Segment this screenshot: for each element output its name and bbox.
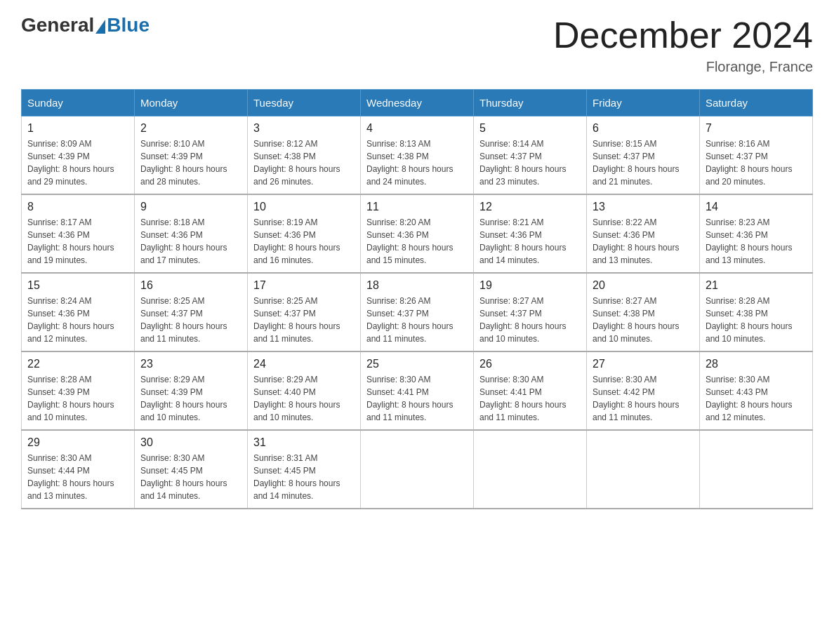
day-info: Sunrise: 8:28 AMSunset: 4:38 PMDaylight:… (706, 295, 807, 345)
day-info: Sunrise: 8:25 AMSunset: 4:37 PMDaylight:… (140, 295, 241, 345)
calendar-cell: 30Sunrise: 8:30 AMSunset: 4:45 PMDayligh… (135, 430, 248, 509)
calendar-cell: 28Sunrise: 8:30 AMSunset: 4:43 PMDayligh… (700, 351, 813, 430)
calendar-cell: 29Sunrise: 8:30 AMSunset: 4:44 PMDayligh… (22, 430, 135, 509)
calendar-cell: 8Sunrise: 8:17 AMSunset: 4:36 PMDaylight… (22, 194, 135, 273)
calendar-week-row: 29Sunrise: 8:30 AMSunset: 4:44 PMDayligh… (22, 430, 813, 509)
day-number: 18 (366, 279, 468, 292)
day-number: 6 (593, 122, 694, 135)
calendar-cell (474, 430, 587, 509)
page-header: General Blue December 2024 Florange, Fra… (21, 14, 813, 75)
day-info: Sunrise: 8:14 AMSunset: 4:37 PMDaylight:… (479, 137, 581, 188)
day-number: 12 (479, 201, 581, 213)
day-info: Sunrise: 8:23 AMSunset: 4:36 PMDaylight:… (706, 216, 807, 267)
col-header-thursday: Thursday (474, 90, 587, 116)
calendar-cell: 25Sunrise: 8:30 AMSunset: 4:41 PMDayligh… (361, 351, 474, 430)
calendar-cell: 7Sunrise: 8:16 AMSunset: 4:37 PMDaylight… (700, 116, 813, 195)
logo-general-text: General (21, 14, 94, 36)
calendar-cell (587, 430, 700, 509)
day-info: Sunrise: 8:10 AMSunset: 4:39 PMDaylight:… (140, 137, 241, 188)
day-info: Sunrise: 8:30 AMSunset: 4:45 PMDaylight:… (140, 452, 241, 502)
day-number: 11 (366, 201, 468, 213)
day-number: 5 (479, 122, 581, 135)
day-number: 24 (253, 358, 355, 370)
day-info: Sunrise: 8:30 AMSunset: 4:41 PMDaylight:… (366, 373, 468, 424)
calendar-week-row: 15Sunrise: 8:24 AMSunset: 4:36 PMDayligh… (22, 273, 813, 351)
day-info: Sunrise: 8:30 AMSunset: 4:42 PMDaylight:… (593, 373, 694, 424)
day-number: 13 (593, 201, 694, 213)
calendar-cell: 4Sunrise: 8:13 AMSunset: 4:38 PMDaylight… (361, 116, 474, 195)
day-info: Sunrise: 8:30 AMSunset: 4:41 PMDaylight:… (479, 373, 581, 424)
calendar-cell: 12Sunrise: 8:21 AMSunset: 4:36 PMDayligh… (474, 194, 587, 273)
calendar-table: SundayMondayTuesdayWednesdayThursdayFrid… (21, 89, 813, 509)
day-info: Sunrise: 8:18 AMSunset: 4:36 PMDaylight:… (140, 216, 241, 267)
col-header-saturday: Saturday (700, 90, 813, 116)
day-info: Sunrise: 8:20 AMSunset: 4:36 PMDaylight:… (366, 216, 468, 267)
calendar-header-row: SundayMondayTuesdayWednesdayThursdayFrid… (22, 90, 813, 116)
day-info: Sunrise: 8:24 AMSunset: 4:36 PMDaylight:… (27, 295, 128, 345)
day-info: Sunrise: 8:30 AMSunset: 4:44 PMDaylight:… (27, 452, 128, 502)
day-number: 16 (140, 279, 241, 292)
day-info: Sunrise: 8:31 AMSunset: 4:45 PMDaylight:… (253, 452, 355, 502)
day-number: 1 (27, 122, 128, 135)
logo-blue-text: Blue (107, 14, 150, 36)
page-title: December 2024 (553, 14, 813, 56)
day-number: 28 (706, 358, 807, 370)
calendar-cell: 2Sunrise: 8:10 AMSunset: 4:39 PMDaylight… (135, 116, 248, 195)
col-header-friday: Friday (587, 90, 700, 116)
day-number: 29 (27, 436, 128, 449)
calendar-cell: 23Sunrise: 8:29 AMSunset: 4:39 PMDayligh… (135, 351, 248, 430)
calendar-cell: 13Sunrise: 8:22 AMSunset: 4:36 PMDayligh… (587, 194, 700, 273)
calendar-cell: 18Sunrise: 8:26 AMSunset: 4:37 PMDayligh… (361, 273, 474, 351)
day-number: 10 (253, 201, 355, 213)
day-number: 8 (27, 201, 128, 213)
calendar-cell: 31Sunrise: 8:31 AMSunset: 4:45 PMDayligh… (248, 430, 361, 509)
day-number: 14 (706, 201, 807, 213)
day-number: 21 (706, 279, 807, 292)
calendar-cell: 15Sunrise: 8:24 AMSunset: 4:36 PMDayligh… (22, 273, 135, 351)
day-number: 3 (253, 122, 355, 135)
day-number: 22 (27, 358, 128, 370)
col-header-monday: Monday (135, 90, 248, 116)
day-number: 26 (479, 358, 581, 370)
calendar-week-row: 8Sunrise: 8:17 AMSunset: 4:36 PMDaylight… (22, 194, 813, 273)
calendar-cell (361, 430, 474, 509)
day-info: Sunrise: 8:28 AMSunset: 4:39 PMDaylight:… (27, 373, 128, 424)
calendar-cell: 14Sunrise: 8:23 AMSunset: 4:36 PMDayligh… (700, 194, 813, 273)
day-number: 4 (366, 122, 468, 135)
calendar-week-row: 1Sunrise: 8:09 AMSunset: 4:39 PMDaylight… (22, 116, 813, 195)
calendar-cell: 10Sunrise: 8:19 AMSunset: 4:36 PMDayligh… (248, 194, 361, 273)
logo-triangle-icon (95, 20, 105, 34)
day-info: Sunrise: 8:15 AMSunset: 4:37 PMDaylight:… (593, 137, 694, 188)
day-info: Sunrise: 8:17 AMSunset: 4:36 PMDaylight:… (27, 216, 128, 267)
day-number: 23 (140, 358, 241, 370)
calendar-cell: 26Sunrise: 8:30 AMSunset: 4:41 PMDayligh… (474, 351, 587, 430)
day-info: Sunrise: 8:16 AMSunset: 4:37 PMDaylight:… (706, 137, 807, 188)
day-info: Sunrise: 8:21 AMSunset: 4:36 PMDaylight:… (479, 216, 581, 267)
day-number: 2 (140, 122, 241, 135)
day-number: 19 (479, 279, 581, 292)
calendar-week-row: 22Sunrise: 8:28 AMSunset: 4:39 PMDayligh… (22, 351, 813, 430)
day-info: Sunrise: 8:25 AMSunset: 4:37 PMDaylight:… (253, 295, 355, 345)
day-info: Sunrise: 8:30 AMSunset: 4:43 PMDaylight:… (706, 373, 807, 424)
day-number: 17 (253, 279, 355, 292)
calendar-cell: 1Sunrise: 8:09 AMSunset: 4:39 PMDaylight… (22, 116, 135, 195)
day-number: 20 (593, 279, 694, 292)
calendar-cell: 27Sunrise: 8:30 AMSunset: 4:42 PMDayligh… (587, 351, 700, 430)
calendar-cell: 20Sunrise: 8:27 AMSunset: 4:38 PMDayligh… (587, 273, 700, 351)
day-info: Sunrise: 8:12 AMSunset: 4:38 PMDaylight:… (253, 137, 355, 188)
calendar-cell: 22Sunrise: 8:28 AMSunset: 4:39 PMDayligh… (22, 351, 135, 430)
calendar-cell: 17Sunrise: 8:25 AMSunset: 4:37 PMDayligh… (248, 273, 361, 351)
day-info: Sunrise: 8:29 AMSunset: 4:40 PMDaylight:… (253, 373, 355, 424)
day-number: 15 (27, 279, 128, 292)
day-info: Sunrise: 8:27 AMSunset: 4:38 PMDaylight:… (593, 295, 694, 345)
page-subtitle: Florange, France (553, 59, 813, 75)
day-number: 31 (253, 436, 355, 449)
day-info: Sunrise: 8:09 AMSunset: 4:39 PMDaylight:… (27, 137, 128, 188)
logo: General Blue (21, 14, 150, 36)
calendar-cell: 6Sunrise: 8:15 AMSunset: 4:37 PMDaylight… (587, 116, 700, 195)
day-info: Sunrise: 8:19 AMSunset: 4:36 PMDaylight:… (253, 216, 355, 267)
calendar-cell (700, 430, 813, 509)
day-number: 9 (140, 201, 241, 213)
calendar-cell: 24Sunrise: 8:29 AMSunset: 4:40 PMDayligh… (248, 351, 361, 430)
day-info: Sunrise: 8:26 AMSunset: 4:37 PMDaylight:… (366, 295, 468, 345)
